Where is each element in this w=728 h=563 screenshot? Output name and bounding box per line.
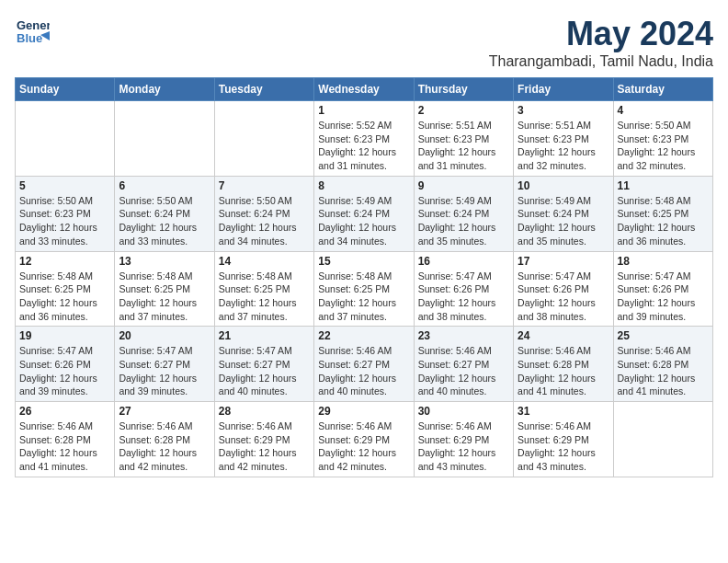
day-info: Sunrise: 5:50 AM Sunset: 6:23 PM Dayligh… [19, 194, 110, 248]
calendar-cell: 24Sunrise: 5:46 AM Sunset: 6:28 PM Dayli… [514, 327, 613, 402]
day-info: Sunrise: 5:46 AM Sunset: 6:28 PM Dayligh… [618, 344, 709, 398]
day-header-tuesday: Tuesday [214, 78, 313, 101]
day-info: Sunrise: 5:46 AM Sunset: 6:28 PM Dayligh… [119, 419, 210, 474]
day-number: 24 [518, 329, 609, 342]
calendar-cell: 28Sunrise: 5:46 AM Sunset: 6:29 PM Dayli… [214, 402, 313, 477]
calendar-cell: 23Sunrise: 5:46 AM Sunset: 6:27 PM Dayli… [414, 327, 513, 402]
calendar-cell: 12Sunrise: 5:48 AM Sunset: 6:25 PM Dayli… [16, 251, 115, 327]
calendar-cell: 8Sunrise: 5:49 AM Sunset: 6:24 PM Daylig… [314, 176, 414, 251]
day-info: Sunrise: 5:46 AM Sunset: 6:27 PM Dayligh… [418, 344, 509, 398]
day-info: Sunrise: 5:46 AM Sunset: 6:29 PM Dayligh… [518, 419, 609, 474]
calendar-week-row: 12Sunrise: 5:48 AM Sunset: 6:25 PM Dayli… [16, 251, 713, 327]
day-number: 5 [19, 179, 110, 192]
calendar-cell: 6Sunrise: 5:50 AM Sunset: 6:24 PM Daylig… [115, 176, 214, 251]
calendar-cell: 14Sunrise: 5:48 AM Sunset: 6:25 PM Dayli… [214, 251, 313, 327]
day-info: Sunrise: 5:48 AM Sunset: 6:25 PM Dayligh… [19, 270, 110, 324]
calendar-cell [16, 101, 115, 177]
day-info: Sunrise: 5:46 AM Sunset: 6:29 PM Dayligh… [318, 419, 409, 474]
day-number: 1 [318, 104, 409, 117]
day-header-thursday: Thursday [414, 78, 513, 101]
calendar-cell: 18Sunrise: 5:47 AM Sunset: 6:26 PM Dayli… [613, 251, 712, 327]
calendar-cell: 4Sunrise: 5:50 AM Sunset: 6:23 PM Daylig… [613, 101, 712, 177]
day-number: 31 [518, 405, 609, 418]
day-number: 14 [219, 255, 310, 268]
day-info: Sunrise: 5:48 AM Sunset: 6:25 PM Dayligh… [219, 270, 310, 324]
day-info: Sunrise: 5:49 AM Sunset: 6:24 PM Dayligh… [418, 194, 509, 248]
calendar-cell: 25Sunrise: 5:46 AM Sunset: 6:28 PM Dayli… [613, 327, 712, 402]
day-info: Sunrise: 5:51 AM Sunset: 6:23 PM Dayligh… [518, 119, 609, 173]
day-number: 17 [518, 255, 609, 268]
day-number: 27 [119, 405, 210, 418]
day-number: 15 [318, 255, 409, 268]
calendar-cell: 2Sunrise: 5:51 AM Sunset: 6:23 PM Daylig… [414, 101, 513, 177]
day-number: 28 [219, 405, 310, 418]
calendar-cell: 11Sunrise: 5:48 AM Sunset: 6:25 PM Dayli… [613, 176, 712, 251]
calendar-header-row: SundayMondayTuesdayWednesdayThursdayFrid… [16, 78, 713, 101]
day-number: 11 [618, 179, 709, 192]
day-header-wednesday: Wednesday [314, 78, 414, 101]
day-info: Sunrise: 5:50 AM Sunset: 6:24 PM Dayligh… [119, 194, 210, 248]
day-info: Sunrise: 5:46 AM Sunset: 6:28 PM Dayligh… [518, 344, 609, 398]
day-number: 9 [418, 179, 509, 192]
day-number: 16 [418, 255, 509, 268]
calendar-cell [115, 101, 214, 177]
day-info: Sunrise: 5:47 AM Sunset: 6:26 PM Dayligh… [418, 270, 509, 324]
calendar-cell: 20Sunrise: 5:47 AM Sunset: 6:27 PM Dayli… [115, 327, 214, 402]
calendar-cell: 26Sunrise: 5:46 AM Sunset: 6:28 PM Dayli… [16, 402, 115, 477]
day-header-sunday: Sunday [16, 78, 115, 101]
day-number: 3 [518, 104, 609, 117]
day-info: Sunrise: 5:46 AM Sunset: 6:27 PM Dayligh… [318, 344, 409, 398]
calendar-cell: 5Sunrise: 5:50 AM Sunset: 6:23 PM Daylig… [16, 176, 115, 251]
calendar-cell: 30Sunrise: 5:46 AM Sunset: 6:29 PM Dayli… [414, 402, 513, 477]
day-number: 26 [19, 405, 110, 418]
day-info: Sunrise: 5:49 AM Sunset: 6:24 PM Dayligh… [518, 194, 609, 248]
day-number: 13 [119, 255, 210, 268]
day-info: Sunrise: 5:46 AM Sunset: 6:28 PM Dayligh… [19, 419, 110, 474]
calendar-cell [613, 402, 712, 477]
page-subtitle: Tharangambadi, Tamil Nadu, India [489, 53, 713, 70]
calendar-table: SundayMondayTuesdayWednesdayThursdayFrid… [15, 77, 713, 477]
day-info: Sunrise: 5:46 AM Sunset: 6:29 PM Dayligh… [219, 419, 310, 474]
day-info: Sunrise: 5:48 AM Sunset: 6:25 PM Dayligh… [618, 194, 709, 248]
day-info: Sunrise: 5:47 AM Sunset: 6:26 PM Dayligh… [618, 270, 709, 324]
title-block: May 2024 Tharangambadi, Tamil Nadu, Indi… [489, 15, 713, 70]
day-number: 8 [318, 179, 409, 192]
day-number: 6 [119, 179, 210, 192]
calendar-cell: 13Sunrise: 5:48 AM Sunset: 6:25 PM Dayli… [115, 251, 214, 327]
calendar-cell: 22Sunrise: 5:46 AM Sunset: 6:27 PM Dayli… [314, 327, 414, 402]
day-info: Sunrise: 5:48 AM Sunset: 6:25 PM Dayligh… [318, 270, 409, 324]
calendar-week-row: 1Sunrise: 5:52 AM Sunset: 6:23 PM Daylig… [16, 101, 713, 177]
calendar-cell: 17Sunrise: 5:47 AM Sunset: 6:26 PM Dayli… [514, 251, 613, 327]
day-info: Sunrise: 5:50 AM Sunset: 6:24 PM Dayligh… [219, 194, 310, 248]
calendar-cell: 27Sunrise: 5:46 AM Sunset: 6:28 PM Dayli… [115, 402, 214, 477]
svg-text:Blue: Blue [17, 31, 42, 45]
day-number: 18 [618, 255, 709, 268]
calendar-cell: 16Sunrise: 5:47 AM Sunset: 6:26 PM Dayli… [414, 251, 513, 327]
day-info: Sunrise: 5:47 AM Sunset: 6:26 PM Dayligh… [19, 344, 110, 398]
svg-text:General: General [17, 18, 50, 32]
day-info: Sunrise: 5:49 AM Sunset: 6:24 PM Dayligh… [318, 194, 409, 248]
calendar-cell: 15Sunrise: 5:48 AM Sunset: 6:25 PM Dayli… [314, 251, 414, 327]
day-number: 20 [119, 329, 210, 342]
calendar-cell: 10Sunrise: 5:49 AM Sunset: 6:24 PM Dayli… [514, 176, 613, 251]
page-header: General Blue May 2024 Tharangambadi, Tam… [15, 15, 713, 70]
day-info: Sunrise: 5:47 AM Sunset: 6:26 PM Dayligh… [518, 270, 609, 324]
day-header-friday: Friday [514, 78, 613, 101]
page-title: May 2024 [489, 15, 713, 53]
calendar-week-row: 26Sunrise: 5:46 AM Sunset: 6:28 PM Dayli… [16, 402, 713, 477]
logo: General Blue [15, 15, 50, 50]
day-number: 7 [219, 179, 310, 192]
day-header-monday: Monday [115, 78, 214, 101]
day-number: 2 [418, 104, 509, 117]
day-number: 10 [518, 179, 609, 192]
day-number: 29 [318, 405, 409, 418]
calendar-cell: 29Sunrise: 5:46 AM Sunset: 6:29 PM Dayli… [314, 402, 414, 477]
day-number: 19 [19, 329, 110, 342]
calendar-cell: 31Sunrise: 5:46 AM Sunset: 6:29 PM Dayli… [514, 402, 613, 477]
calendar-cell: 7Sunrise: 5:50 AM Sunset: 6:24 PM Daylig… [214, 176, 313, 251]
day-info: Sunrise: 5:52 AM Sunset: 6:23 PM Dayligh… [318, 119, 409, 173]
day-info: Sunrise: 5:48 AM Sunset: 6:25 PM Dayligh… [119, 270, 210, 324]
day-number: 4 [618, 104, 709, 117]
calendar-week-row: 5Sunrise: 5:50 AM Sunset: 6:23 PM Daylig… [16, 176, 713, 251]
day-number: 30 [418, 405, 509, 418]
